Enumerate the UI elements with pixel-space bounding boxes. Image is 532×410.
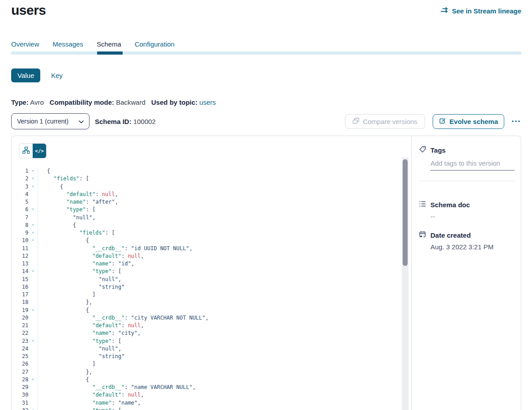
gutter: 31 xyxy=(12,399,38,407)
gutter: 20 xyxy=(12,314,38,322)
code-line: 27 }, xyxy=(12,368,404,376)
code-text: "null", xyxy=(38,214,95,222)
fold-spacer xyxy=(28,283,38,291)
fold-spacer xyxy=(28,191,38,198)
schema-controls-row: Version 1 (current) Schema ID: 100002 Co… xyxy=(11,113,521,129)
compare-versions-icon xyxy=(353,118,359,125)
key-tab-link[interactable]: Key xyxy=(51,72,63,79)
tag-icon xyxy=(419,145,426,154)
code-text: "null", xyxy=(38,345,121,353)
code-line: 20 "__crdb__": "city VARCHAR NOT NULL", xyxy=(12,314,404,322)
code-line: 22 "name": "city", xyxy=(12,329,404,337)
code-line: 16 "string" xyxy=(12,283,404,291)
code-line: 32▼ "type": [ xyxy=(12,407,404,410)
fold-spacer xyxy=(28,214,38,222)
more-options-button[interactable] xyxy=(511,120,521,123)
code-scrollbar-track[interactable] xyxy=(402,158,409,410)
fold-spacer xyxy=(28,322,38,329)
code-line: 29 "__crdb__": "name VARCHAR NULL", xyxy=(12,384,404,391)
fold-toggle-icon[interactable]: ▼ xyxy=(28,183,38,191)
code-line: 4 "default": null, xyxy=(12,191,404,198)
fold-spacer xyxy=(28,314,38,322)
fold-toggle-icon[interactable]: ▼ xyxy=(28,167,38,175)
line-number: 18 xyxy=(12,299,28,306)
code-line: 2▼ "fields": [ xyxy=(12,175,404,183)
code-line: 9▼ "fields": [ xyxy=(12,229,404,237)
code-scrollbar-thumb[interactable] xyxy=(403,159,408,266)
code-text: "default": null, xyxy=(38,391,144,399)
fold-toggle-icon[interactable]: ▼ xyxy=(28,206,38,214)
code-text: { xyxy=(38,222,76,229)
fold-spacer xyxy=(28,391,38,399)
fold-toggle-icon[interactable]: ▼ xyxy=(28,222,38,229)
schema-meta-row: Type: Avro Compatibility mode: Backward … xyxy=(11,98,216,106)
gutter: 12 xyxy=(12,252,38,260)
code-line: 11 "__crdb__": "id UUID NOT NULL", xyxy=(12,245,404,252)
evolve-schema-button[interactable]: Evolve schema xyxy=(433,114,504,129)
fold-toggle-icon[interactable]: ▼ xyxy=(28,407,38,410)
tree-view-button[interactable] xyxy=(19,144,33,158)
code-line: 13 "name": "id", xyxy=(12,260,404,268)
fold-toggle-icon[interactable]: ▼ xyxy=(28,268,38,275)
fold-spacer xyxy=(28,360,38,368)
line-number: 26 xyxy=(12,360,28,368)
gutter: 27 xyxy=(12,368,38,376)
code-line: 28▼ { xyxy=(12,376,404,384)
line-number: 3 xyxy=(12,183,28,191)
tab-overview[interactable]: Overview xyxy=(11,40,39,48)
gutter: 29 xyxy=(12,384,38,391)
code-text: ] xyxy=(38,360,95,368)
value-key-toggle: Value Key xyxy=(11,68,63,82)
code-line: 26 ] xyxy=(12,360,404,368)
tab-schema[interactable]: Schema xyxy=(97,40,121,48)
code-view-button[interactable]: </> xyxy=(33,144,46,158)
gutter: 3▼ xyxy=(12,183,38,191)
line-number: 11 xyxy=(12,245,28,252)
gutter: 8▼ xyxy=(12,222,38,229)
line-number: 21 xyxy=(12,322,28,329)
stream-lineage-link[interactable]: See in Stream lineage xyxy=(440,7,521,15)
value-tab-button[interactable]: Value xyxy=(11,68,40,82)
fold-toggle-icon[interactable]: ▼ xyxy=(28,376,38,384)
line-number: 14 xyxy=(12,268,28,275)
code-line: 25 "string" xyxy=(12,353,404,360)
tab-configuration[interactable]: Configuration xyxy=(135,40,174,48)
line-number: 8 xyxy=(12,222,28,229)
gutter: 32▼ xyxy=(12,407,38,410)
line-number: 17 xyxy=(12,291,28,299)
fold-toggle-icon[interactable]: ▼ xyxy=(28,337,38,345)
fold-spacer xyxy=(28,353,38,360)
fold-spacer xyxy=(28,329,38,337)
tags-title: Tags xyxy=(430,146,446,154)
code-text: { xyxy=(38,167,50,175)
used-by-topic-link[interactable]: users xyxy=(200,98,216,106)
code-line: 12 "default": null, xyxy=(12,252,404,260)
version-select[interactable]: Version 1 (current) xyxy=(11,113,89,129)
gutter: 21 xyxy=(12,322,38,329)
code-text: "name": "id", xyxy=(38,260,134,268)
code-text: "name": "after", xyxy=(38,198,118,206)
tab-messages[interactable]: Messages xyxy=(53,40,83,48)
code-line: 24 "null", xyxy=(12,345,404,353)
fold-toggle-icon[interactable]: ▼ xyxy=(28,237,38,244)
fold-toggle-icon[interactable]: ▼ xyxy=(28,229,38,237)
code-line: 18 }, xyxy=(12,299,404,306)
code-editor: 1▼{2▼ "fields": [3▼ {4 "default": null,5… xyxy=(12,167,404,410)
fold-toggle-icon[interactable]: ▼ xyxy=(28,175,38,183)
fold-spacer xyxy=(28,399,38,407)
stream-lineage-label: See in Stream lineage xyxy=(452,7,521,15)
line-number: 5 xyxy=(12,198,28,206)
date-created-section-header: Date created xyxy=(419,231,471,239)
code-text: "type": [ xyxy=(38,206,95,214)
line-number: 16 xyxy=(12,283,28,291)
schema-sidebar: Tags Schema doc -- xyxy=(411,136,521,410)
fold-spacer xyxy=(28,299,38,306)
code-text: "type": [ xyxy=(38,268,121,275)
stream-lineage-icon xyxy=(440,7,449,15)
tags-input[interactable] xyxy=(430,158,515,171)
fold-toggle-icon[interactable]: ▼ xyxy=(28,307,38,314)
line-number: 13 xyxy=(12,260,28,268)
compare-versions-button[interactable]: Compare versions xyxy=(345,114,425,129)
line-number: 22 xyxy=(12,329,28,337)
sidebar-divider xyxy=(419,181,514,181)
